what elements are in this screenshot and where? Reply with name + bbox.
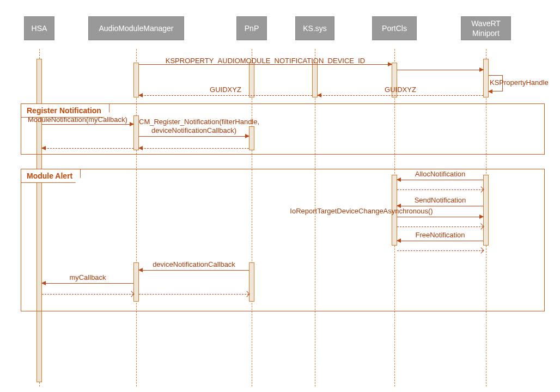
msg-modulenotif: ModuleNotification(myCallback) [42, 124, 133, 125]
participant-hsa: HSA [24, 16, 54, 40]
msg-devnotifcb-return [139, 294, 249, 295]
msg-sendnotif-return [397, 226, 483, 227]
msg-freenotif: FreeNotification [397, 241, 483, 241]
msg-allocnotif-return [397, 189, 483, 190]
msg-ioreport: IoReportTargetDeviceChangeAsynchronous() [240, 217, 483, 217]
msg-cmregister-return [139, 148, 249, 149]
participant-pnp: PnP [236, 16, 267, 40]
msg-cmregister: CM_Register_Notification(filterHandle, d… [139, 136, 249, 137]
msg-devnotifcb: deviceNotificationCallback [139, 270, 249, 271]
msg-freenotif-return [397, 250, 483, 251]
msg-ksproperty: KSPROPERTY_AUDIOMODULE_NOTIFICATION_DEVI… [139, 64, 392, 65]
participant-portcls: PortCls [372, 16, 417, 40]
msg-sendnotif: SendNotification [397, 206, 483, 206]
msg-guidxyz-2: GUIDXYZ [139, 95, 312, 96]
activation-amm [133, 63, 139, 97]
activation-ks [312, 63, 318, 97]
msg-allocnotif: AllocNotification [397, 180, 483, 180]
frame-alert: Module Alert [21, 169, 545, 311]
msg-mycallback: myCallback [42, 283, 133, 284]
frame-register: Register Notification [21, 103, 545, 155]
participant-amm: AudioModuleManager [88, 16, 184, 40]
msg-mycallback-return [42, 294, 133, 295]
msg-ksprophandle: KSPropertyHandle [489, 75, 503, 91]
msg-portcls-wavert [397, 70, 483, 70]
participant-wavert: WaveRT Miniport [461, 16, 511, 40]
msg-guidxyz-1: GUIDXYZ [318, 95, 483, 96]
msg-modulenotif-return [42, 148, 133, 149]
participant-ks: KS.sys [295, 16, 334, 40]
